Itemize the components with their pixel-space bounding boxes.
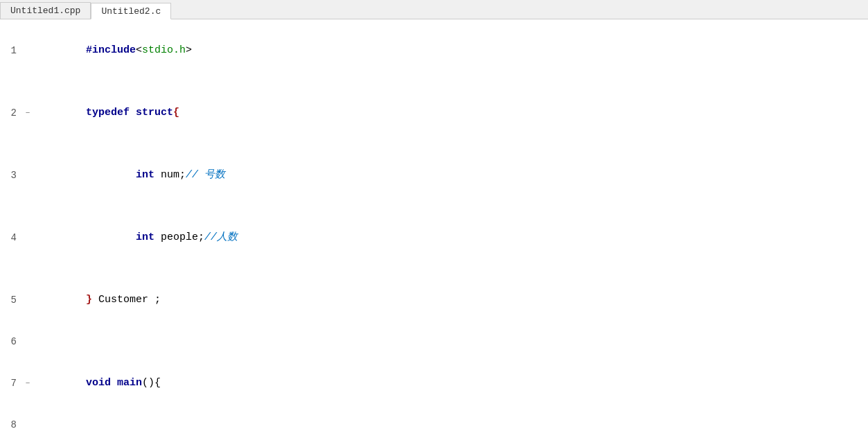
code-7: void main(){ — [33, 352, 161, 414]
line-4: 4 int people;//人数 — [0, 207, 868, 269]
code-2: typedef struct{ — [33, 82, 179, 144]
line-3: 3 int num;// 号数 — [0, 144, 868, 207]
line-2: 2 − typedef struct{ — [0, 82, 868, 144]
line-num-3: 3 — [0, 165, 22, 186]
line-num-6: 6 — [0, 331, 22, 352]
code-area: 1 #include<stdio.h> 2 − typedef struct{ … — [0, 19, 868, 438]
line-8: 8 — [0, 414, 868, 435]
line-num-5: 5 — [0, 290, 22, 310]
collapse-7[interactable]: − — [22, 373, 33, 394]
tab-bar: Untitled1.cpp Untitled2.c — [0, 0, 868, 19]
line-num-2: 2 — [0, 103, 22, 123]
tab-untitled2[interactable]: Untitled2.c — [91, 3, 171, 19]
tab-untitled1[interactable]: Untitled1.cpp — [0, 2, 91, 19]
code-8 — [33, 414, 42, 435]
editor: 1 #include<stdio.h> 2 − typedef struct{ … — [0, 19, 868, 438]
line-9: 9 printf("Customer所占内存的大小:%d \n",sizeof(… — [0, 435, 868, 438]
code-5: } Customer ; — [33, 269, 161, 331]
line-6: 6 — [0, 331, 868, 352]
line-num-7: 7 — [0, 373, 22, 394]
collapse-2[interactable]: − — [22, 103, 33, 123]
line-1: 1 #include<stdio.h> — [0, 19, 868, 82]
line-num-1: 1 — [0, 40, 22, 61]
line-5: 5 } Customer ; — [0, 269, 868, 331]
code-3: int num;// 号数 — [33, 144, 225, 207]
code-9: printf("Customer所占内存的大小:%d \n",sizeof(Cu… — [33, 435, 489, 438]
line-num-4: 4 — [0, 227, 22, 248]
line-num-8: 8 — [0, 414, 22, 435]
code-4: int people;//人数 — [33, 207, 238, 269]
code-6 — [33, 331, 42, 352]
line-7: 7 − void main(){ — [0, 352, 868, 414]
code-1: #include<stdio.h> — [33, 19, 192, 82]
